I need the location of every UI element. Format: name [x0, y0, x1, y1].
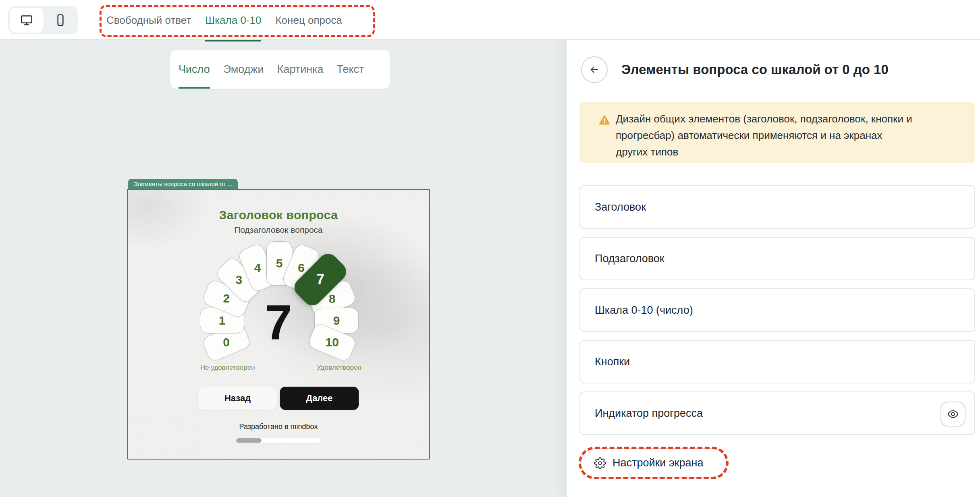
- element-card-progress[interactable]: Индикатор прогресса: [579, 391, 975, 435]
- warning-icon: [598, 114, 611, 127]
- element-card-label: Индикатор прогресса: [595, 407, 703, 420]
- mobile-icon: [53, 13, 68, 27]
- tab-picture-label: Картинка: [277, 63, 324, 76]
- powered-by-note: Разработано в mindbox: [128, 422, 429, 431]
- scale-type-tabs: Число Эмоджи Картинка Текст: [170, 50, 390, 89]
- element-card-label: Подзаголовок: [595, 253, 664, 265]
- element-card-scale[interactable]: Шкала 0-10 (число): [579, 288, 975, 332]
- element-card-buttons[interactable]: Кнопки: [579, 340, 975, 383]
- screen-tabs: Свободный ответ Шкала 0-10 Конец опроса: [106, 0, 342, 40]
- tab-number[interactable]: Число: [179, 50, 210, 89]
- tab-free-answer[interactable]: Свободный ответ: [106, 0, 191, 40]
- visibility-toggle-button[interactable]: [941, 402, 965, 427]
- scale-petal-value: 5: [276, 257, 283, 270]
- warning-line: прогресбар) автоматически применяются и …: [616, 127, 970, 144]
- screen-settings-label: Настройки экрана: [612, 457, 703, 469]
- tab-emoji-label: Эмоджи: [223, 63, 264, 76]
- warning-banner: Дизайн общих элементов (заголовок, подза…: [579, 102, 975, 163]
- scale-petal-value: 3: [235, 273, 242, 287]
- mobile-view-button[interactable]: [44, 8, 77, 33]
- tab-free-answer-label: Свободный ответ: [106, 14, 191, 27]
- warning-text: Дизайн общих элементов (заголовок, подза…: [616, 111, 970, 160]
- screen-settings-button[interactable]: Настройки экрана: [580, 448, 727, 478]
- survey-builder-app: Число Эмоджи Картинка Текст Элементы воп…: [0, 0, 980, 497]
- tab-emoji[interactable]: Эмоджи: [223, 50, 264, 89]
- scale-min-label: Не удовлетворен: [200, 364, 255, 372]
- desktop-icon: [19, 13, 34, 27]
- tab-text[interactable]: Текст: [337, 50, 364, 89]
- eye-icon: [947, 408, 959, 420]
- settings-panel: Элементы вопроса со шкалой от 0 до 10 Ди…: [567, 0, 980, 497]
- preview-progress-bar: [236, 438, 321, 443]
- survey-preview: Заголовок вопроса Подзаголовок вопроса 0…: [127, 189, 430, 460]
- back-button[interactable]: Назад: [198, 387, 277, 410]
- back-arrow-icon: [589, 64, 600, 75]
- tab-number-label: Число: [179, 63, 210, 76]
- selected-score-value: 7: [128, 294, 429, 352]
- scale-end-labels: Не удовлетворен Удовлетворен: [200, 364, 361, 372]
- scale-petal-value: 7: [316, 271, 324, 288]
- tab-picture[interactable]: Картинка: [277, 50, 324, 89]
- element-card-label: Кнопки: [595, 356, 630, 368]
- preview-buttons: Назад Далее: [198, 387, 359, 410]
- element-card-subtitle[interactable]: Подзаголовок: [579, 237, 975, 280]
- tab-scale-0-10[interactable]: Шкала 0-10: [205, 0, 261, 40]
- scale-petal-value: 4: [254, 261, 261, 275]
- preview-canvas: Число Эмоджи Картинка Текст Элементы воп…: [0, 41, 567, 497]
- warning-line: других типов: [616, 144, 970, 160]
- tab-survey-end-label: Конец опроса: [275, 14, 342, 27]
- tab-scale-0-10-label: Шкала 0-10: [205, 14, 261, 27]
- panel-title: Элементы вопроса со шкалой от 0 до 10: [621, 56, 889, 83]
- top-bar: Свободный ответ Шкала 0-10 Конец опроса: [0, 0, 980, 40]
- tab-text-label: Текст: [337, 63, 364, 76]
- element-card-label: Шкала 0-10 (число): [595, 304, 693, 317]
- preview-progress-fill: [236, 438, 262, 443]
- element-card-title[interactable]: Заголовок: [579, 185, 975, 229]
- device-toggle: [8, 6, 78, 34]
- question-title: Заголовок вопроса: [128, 208, 429, 222]
- warning-line: Дизайн общих элементов (заголовок, подза…: [616, 111, 970, 127]
- scale-max-label: Удовлетворен: [317, 364, 361, 372]
- next-button[interactable]: Далее: [280, 387, 359, 410]
- question-subtitle: Подзаголовок вопроса: [128, 225, 429, 235]
- preview-frame-label: Элементы вопроса со шкалой от ...: [128, 179, 238, 189]
- desktop-view-button[interactable]: [10, 8, 44, 33]
- tab-survey-end[interactable]: Конец опроса: [275, 0, 342, 40]
- element-card-label: Заголовок: [595, 201, 646, 213]
- panel-back-button[interactable]: [581, 56, 608, 83]
- scale-petal-value: 6: [298, 261, 305, 275]
- gear-icon: [594, 457, 606, 469]
